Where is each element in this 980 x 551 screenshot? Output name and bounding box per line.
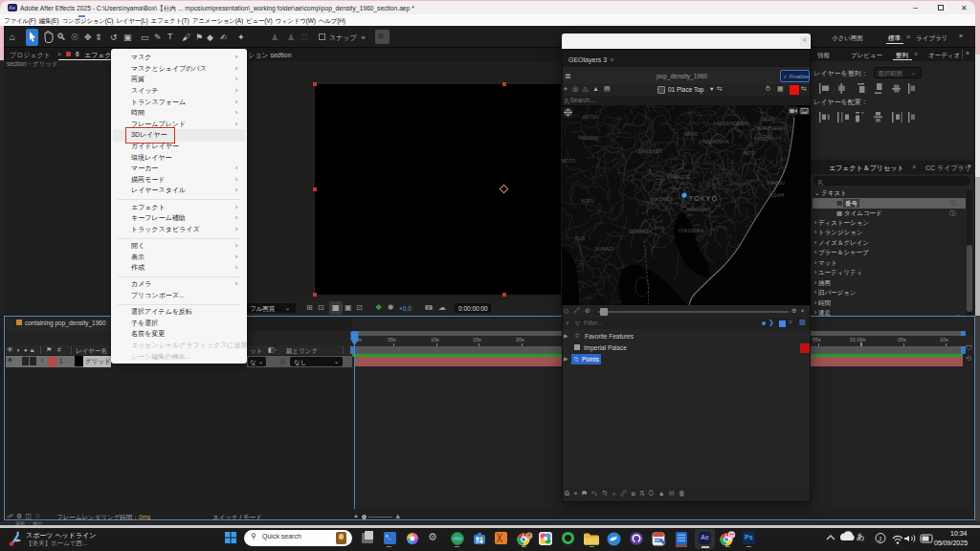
- svg-text:J: J: [879, 536, 882, 542]
- svg-text:KAWAGOE: KAWAGOE: [667, 175, 690, 180]
- svg-text:KITAIBARAKI: KITAIBARAKI: [757, 126, 785, 131]
- svg-text:MITO: MITO: [744, 151, 755, 156]
- svg-text:NIKKO: NIKKO: [684, 132, 699, 137]
- svg-text:FUJI: FUJI: [575, 236, 585, 241]
- svg-text:NAGANO: NAGANO: [579, 136, 599, 141]
- svg-text:NUMAZU: NUMAZU: [595, 247, 615, 252]
- svg-text:HACHIOJI: HACHIOJI: [652, 197, 673, 202]
- svg-text:MAEBASHI: MAEBASHI: [639, 149, 663, 154]
- svg-text:KOFU: KOFU: [581, 199, 594, 204]
- svg-text:ASAHI: ASAHI: [770, 193, 784, 198]
- svg-text:IWAKI: IWAKI: [762, 118, 774, 122]
- svg-text:NASUSHIOBARA: NASUSHIOBARA: [713, 121, 750, 126]
- svg-text:YOKOSUKA: YOKOSUKA: [679, 229, 705, 233]
- svg-text:KAWASAKI: KAWASAKI: [687, 208, 711, 212]
- svg-text:KAMISU: KAMISU: [768, 181, 786, 186]
- svg-text:MOTO: MOTO: [562, 159, 575, 164]
- svg-text:UTSUNOMIYA: UTSUNOMIYA: [699, 140, 729, 144]
- svg-text:ODAWARA: ODAWARA: [629, 230, 653, 234]
- svg-text:TOKYO: TOKYO: [689, 195, 718, 202]
- svg-text:HITACHI: HITACHI: [755, 137, 773, 142]
- svg-text:KETSU: KETSU: [583, 115, 599, 120]
